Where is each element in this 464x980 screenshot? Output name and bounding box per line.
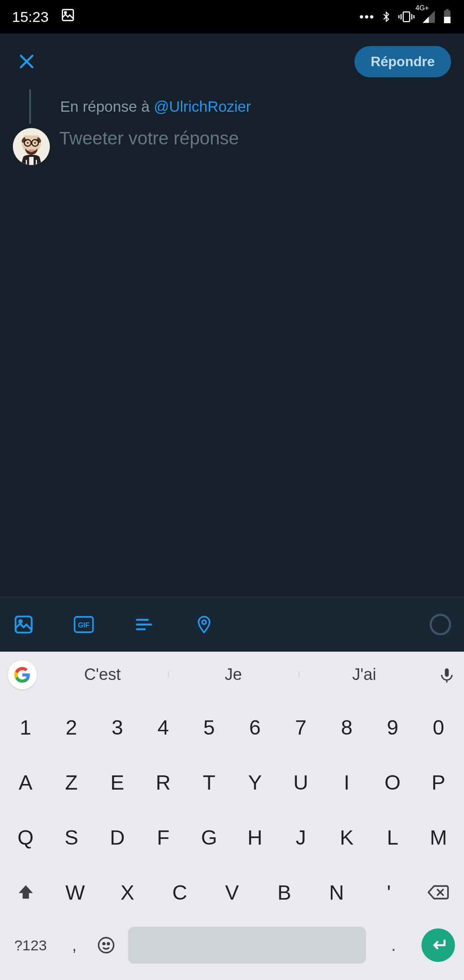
mic-icon[interactable] [430,665,464,684]
thread-line [29,89,31,124]
key-row-num: 1 2 3 4 5 6 7 8 9 0 [3,701,461,753]
key-2[interactable]: 2 [49,701,95,753]
comma-key[interactable]: , [58,922,90,969]
status-time: 15:23 [12,9,49,25]
keyboard-suggestion-bar: C'est Je J'ai [0,652,464,697]
svg-point-22 [99,938,114,953]
key-s[interactable]: S [49,812,95,863]
battery-icon [443,9,452,24]
key-row-1: A Z E R T Y U I O P [3,756,461,808]
key-k[interactable]: K [324,812,370,863]
key-0[interactable]: 0 [415,701,461,753]
enter-key[interactable] [415,922,461,969]
key-b[interactable]: B [258,867,311,918]
key-g[interactable]: G [186,812,232,863]
key-row-3: W X C V B N ' [3,867,461,918]
key-r[interactable]: R [140,756,186,808]
svg-point-1 [64,12,66,13]
key-z[interactable]: Z [49,756,95,808]
period-key[interactable]: . [372,922,415,969]
key-w[interactable]: W [49,867,101,918]
key-l[interactable]: L [369,812,415,863]
key-p[interactable]: P [415,756,461,808]
symbols-key[interactable]: ?123 [3,922,58,969]
key-f[interactable]: F [140,812,186,863]
more-icon: ••• [360,10,375,24]
key-h[interactable]: H [232,812,278,863]
svg-rect-6 [446,9,449,11]
svg-rect-16 [36,160,37,165]
reply-to-row: En réponse à @UlrichRozier [13,89,451,115]
google-icon[interactable] [8,660,37,689]
bluetooth-icon [381,9,392,24]
key-i[interactable]: I [324,756,370,808]
suggestion-3[interactable]: J'ai [299,665,430,684]
key-d[interactable]: D [95,812,140,863]
key-row-bottom: ?123 , . [3,922,461,969]
key-5[interactable]: 5 [186,701,232,753]
vibrate-icon [398,9,415,24]
compose-toolbar: GIF [0,597,464,652]
shift-key[interactable] [3,867,49,918]
key-n[interactable]: N [311,867,363,918]
svg-point-14 [34,142,36,144]
keyboard: 1 2 3 4 5 6 7 8 9 0 A Z E R T Y U I O P … [0,697,464,980]
key-x[interactable]: X [101,867,154,918]
key-t[interactable]: T [186,756,232,808]
compose-area: En réponse à @UlrichRozier [0,89,464,597]
key-row-2: Q S D F G H J K L M [3,812,461,863]
char-counter [430,614,451,635]
key-o[interactable]: O [369,756,415,808]
close-button[interactable] [13,48,40,75]
reply-to-prefix: En réponse à [60,98,154,115]
svg-point-24 [107,943,109,944]
app-header: Répondre [0,34,464,89]
svg-rect-2 [403,12,410,22]
svg-point-13 [27,142,29,144]
key-a[interactable]: A [3,756,49,808]
key-v[interactable]: V [206,867,258,918]
key-c[interactable]: C [153,867,206,918]
suggestion-2[interactable]: Je [168,665,299,684]
key-j[interactable]: J [278,812,324,863]
backspace-key[interactable] [415,867,461,918]
key-e[interactable]: E [95,756,140,808]
network-icon: 4G+ [421,9,437,24]
svg-rect-5 [444,22,451,23]
key-9[interactable]: 9 [369,701,415,753]
gif-icon[interactable]: GIF [73,614,95,635]
key-1[interactable]: 1 [3,701,49,753]
compose-input[interactable]: Tweeter votre réponse [59,128,239,149]
key-y[interactable]: Y [232,756,278,808]
svg-text:GIF: GIF [78,621,90,629]
reply-button[interactable]: Répondre [354,46,451,77]
key-m[interactable]: M [415,812,461,863]
svg-point-18 [19,620,22,622]
screenshot-icon [61,8,75,26]
reply-to-mention[interactable]: @UlrichRozier [154,98,251,115]
key-q[interactable]: Q [3,812,49,863]
key-8[interactable]: 8 [324,701,370,753]
emoji-key[interactable] [90,922,122,969]
key-4[interactable]: 4 [140,701,186,753]
svg-point-21 [202,620,206,624]
suggestion-1[interactable]: C'est [37,665,168,684]
image-icon[interactable] [13,614,34,635]
key-6[interactable]: 6 [232,701,278,753]
avatar[interactable] [13,128,50,165]
svg-rect-15 [26,160,27,165]
poll-icon[interactable] [133,614,155,635]
key-7[interactable]: 7 [278,701,324,753]
location-icon[interactable] [193,614,215,635]
key-apos[interactable]: ' [363,867,415,918]
key-3[interactable]: 3 [95,701,140,753]
status-bar: 15:23 ••• 4G+ [0,0,464,34]
space-key[interactable] [128,927,366,964]
key-u[interactable]: U [278,756,324,808]
svg-point-23 [103,943,105,944]
